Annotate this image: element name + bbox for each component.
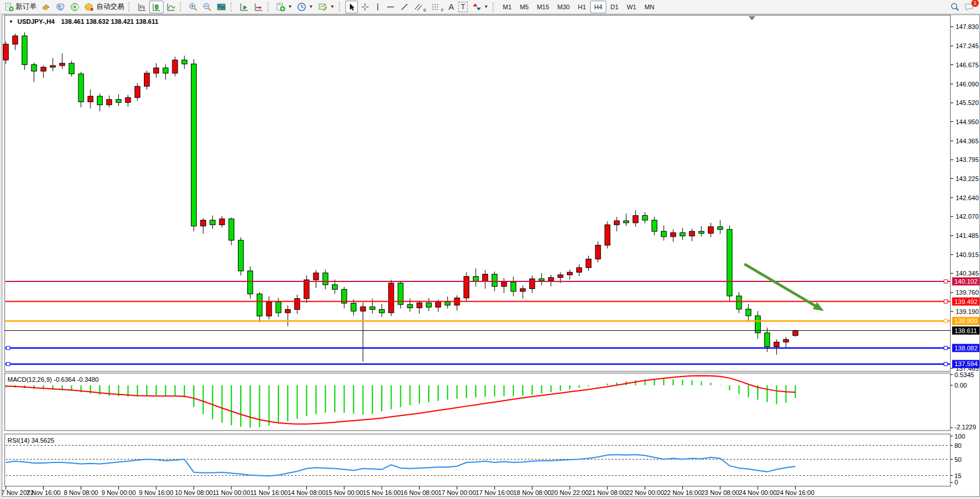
- line-handle: [6, 362, 10, 366]
- price-axis-label: 146.090: [956, 81, 979, 88]
- candle-body: [107, 100, 112, 105]
- candle-body: [407, 305, 413, 308]
- price-axis-label: 144.950: [956, 118, 979, 125]
- candle-body: [633, 215, 638, 222]
- candle-body: [783, 339, 789, 342]
- candle-body: [765, 333, 770, 347]
- candle-body: [248, 271, 253, 294]
- candle-body: [746, 309, 751, 316]
- price-tag-label: 139.492: [954, 298, 978, 305]
- macd-axis-label: 0.5345: [954, 371, 974, 378]
- candle-body: [332, 285, 338, 290]
- rsi-axis-label: 80: [954, 442, 961, 449]
- candle-body: [530, 279, 535, 289]
- candle-body: [436, 302, 441, 307]
- price-axis-label: 140.345: [956, 270, 979, 277]
- time-axis-label: 22 Nov 16:00: [664, 489, 701, 496]
- mt4-application-window: 新订单: [0, 0, 980, 499]
- candle-body: [295, 299, 300, 310]
- price-axis-label: 139.760: [956, 289, 979, 296]
- time-axis-label: 9 Nov 16:00: [139, 489, 173, 496]
- candle-body: [483, 274, 488, 281]
- candle-body: [689, 232, 695, 236]
- candle-body: [210, 220, 215, 225]
- time-axis-label: 18 Nov 08:00: [513, 489, 551, 496]
- time-axis-label: 8 Nov 08:00: [64, 489, 98, 496]
- candle-body: [586, 259, 591, 267]
- candle-body: [548, 277, 554, 281]
- line-handle: [6, 346, 10, 350]
- macd-axis-label: -2.1229: [954, 424, 976, 431]
- candle-body: [389, 283, 394, 313]
- candle-body: [238, 240, 244, 271]
- candle-body: [313, 273, 319, 280]
- candle-body: [708, 227, 714, 233]
- candle-body: [154, 68, 159, 73]
- candle-body: [201, 220, 206, 226]
- price-tag-label: 138.082: [954, 345, 978, 352]
- price-tag-label: 138.611: [954, 327, 977, 334]
- candle-body: [595, 245, 601, 259]
- chart-ohlc-values: 138.461 138.632 138.421 138.611: [61, 18, 158, 25]
- rsi-axis-label: 100: [954, 433, 965, 440]
- time-axis-label: 10 Nov 08:00: [175, 489, 212, 496]
- time-axis-label: 24 Nov 16:00: [776, 489, 814, 496]
- candle-body: [182, 60, 187, 64]
- candle-body: [69, 63, 74, 74]
- price-tag-label: 137.594: [954, 360, 978, 367]
- candle-body: [699, 232, 704, 233]
- price-axis-label: 147.830: [956, 23, 979, 30]
- price-axis-label: 144.365: [956, 138, 979, 144]
- price-tag-label: 140.102: [954, 278, 978, 285]
- time-axis-label: 9 Nov 00:00: [102, 489, 136, 496]
- candle-body: [78, 74, 84, 102]
- rsi-axis-label: 0: [954, 479, 958, 486]
- time-axis-label: 17 Nov 16:00: [476, 489, 513, 496]
- price-axis-label: 147.245: [956, 42, 979, 49]
- chart-menu-triangle-icon[interactable]: ▼: [9, 19, 13, 24]
- macd-panel: [5, 373, 950, 431]
- candle-body: [624, 221, 629, 223]
- candle-body: [191, 64, 197, 226]
- candle-body: [727, 229, 732, 296]
- candle-body: [577, 267, 582, 272]
- candle-body: [351, 303, 356, 312]
- time-axis-label: 14 Nov 08:00: [288, 489, 326, 496]
- candle-body: [266, 302, 272, 316]
- candle-body: [671, 233, 676, 237]
- price-axis-label: 142.640: [956, 194, 979, 201]
- candle-body: [492, 274, 497, 287]
- candle-body: [736, 296, 742, 309]
- time-axis-label: 22 Nov 00:00: [626, 489, 664, 496]
- candle-body: [661, 232, 667, 237]
- candle-body: [379, 309, 385, 313]
- price-chart-canvas[interactable]: 147.830147.245146.675146.090145.520144.9…: [0, 0, 980, 499]
- candle-body: [60, 63, 65, 66]
- candle-body: [774, 342, 779, 347]
- line-handle: [944, 319, 948, 323]
- macd-indicator-label: MACD(12,26,9) -0.6364 -0.3480: [8, 376, 99, 383]
- time-axis-label: 17 Nov 00:00: [438, 489, 476, 496]
- candle-body: [445, 302, 450, 305]
- time-axis-label: 15 Nov 00:00: [325, 489, 363, 496]
- candle-body: [144, 73, 150, 86]
- candle-body: [257, 294, 262, 316]
- candle-body: [219, 219, 225, 225]
- candle-body: [793, 331, 798, 336]
- candle-body: [680, 233, 685, 236]
- price-tag-label: 138.900: [954, 317, 978, 324]
- rsi-axis-label: 50: [954, 456, 961, 463]
- candle-body: [558, 275, 563, 278]
- price-axis-label: 143.795: [956, 156, 979, 163]
- time-axis-label: 11 Nov 16:00: [250, 489, 288, 496]
- candle-body: [31, 64, 37, 71]
- candle-body: [276, 302, 281, 313]
- candle-body: [88, 96, 93, 102]
- rsi-indicator-label: RSI(14) 34.5625: [8, 437, 55, 444]
- candle-body: [285, 309, 291, 313]
- candle-body: [370, 307, 375, 310]
- line-handle: [944, 280, 948, 283]
- candle-body: [50, 66, 56, 67]
- price-axis-label: 142.070: [956, 213, 979, 220]
- line-handle: [944, 300, 948, 303]
